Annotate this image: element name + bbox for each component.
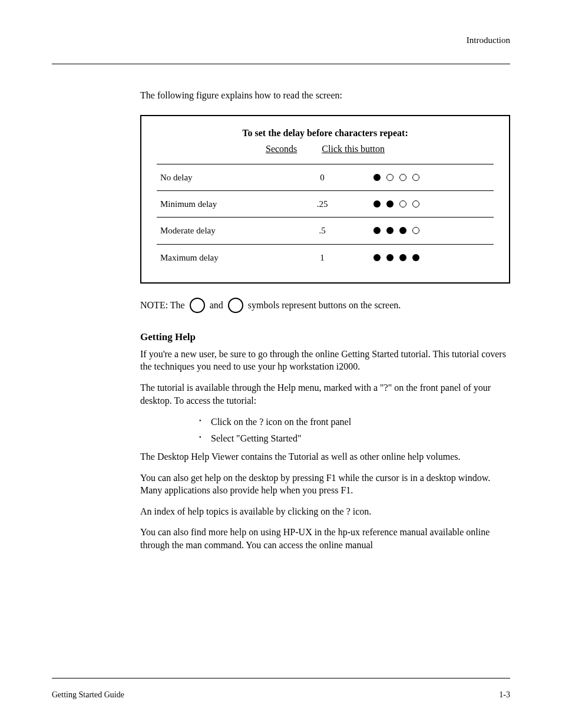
figure-row-label: Moderate delay: [160, 225, 296, 236]
footer-right: 1-3: [499, 690, 510, 700]
dot-filled-icon: [386, 254, 394, 261]
footer-left: Getting Started Guide: [52, 690, 124, 700]
figure-row: No delay 0: [157, 164, 494, 190]
figure-row-dots: [349, 200, 490, 207]
figure-col-button: Click this button: [322, 143, 385, 156]
circle-icon: [190, 298, 205, 313]
note-prefix: NOTE: The: [140, 299, 185, 312]
figure-title: To set the delay before characters repea…: [157, 127, 494, 140]
dot-open-icon: [399, 174, 406, 181]
section-para-5: An index of help topics is available by …: [140, 505, 510, 518]
dot-open-icon: [412, 174, 419, 181]
figure-row: Maximum delay 1: [157, 245, 494, 271]
figure-row: Minimum delay .25: [157, 191, 494, 217]
circle-icon: [228, 298, 243, 313]
figure-row: Moderate delay .5: [157, 218, 494, 243]
figure-row-dots: [349, 174, 490, 181]
body-content: The following figure explains how to rea…: [140, 89, 510, 552]
dot-filled-icon: [399, 227, 406, 234]
dot-filled-icon: [373, 200, 381, 207]
note-suffix: symbols represent buttons on the screen.: [248, 299, 401, 312]
bullet-list: Click on the ? icon on the front panel S…: [140, 415, 510, 446]
dot-filled-icon: [373, 254, 381, 261]
dot-filled-icon: [386, 200, 394, 207]
bullet-item: Click on the ? icon on the front panel: [140, 415, 510, 429]
footer: Getting Started Guide 1-3: [52, 690, 510, 700]
note-row: NOTE: The and symbols represent buttons …: [140, 298, 510, 313]
dot-filled-icon: [412, 254, 419, 261]
dot-open-icon: [386, 174, 394, 181]
section-para-3: The Desktop Help Viewer contains the Tut…: [140, 450, 510, 463]
figure-row-label: No delay: [160, 172, 296, 183]
figure-col-seconds: Seconds: [266, 143, 297, 156]
figure-row-seconds: 1: [296, 252, 349, 263]
figure-row-label: Maximum delay: [160, 252, 296, 263]
dot-open-icon: [412, 200, 419, 207]
dot-open-icon: [412, 227, 419, 234]
figure-row-label: Minimum delay: [160, 198, 296, 210]
section-para-2: The tutorial is available through the He…: [140, 381, 510, 407]
dot-filled-icon: [386, 227, 394, 234]
note-mid: and: [210, 299, 223, 312]
dot-open-icon: [399, 200, 406, 207]
footer-rule: [52, 678, 510, 678]
figure-row-dots: [349, 227, 490, 234]
figure-row-seconds: 0: [296, 172, 349, 183]
section-para-1: If you're a new user, be sure to go thro…: [140, 348, 510, 373]
figure-row-seconds: .25: [296, 198, 349, 210]
figure-box: To set the delay before characters repea…: [140, 115, 510, 284]
figure-row-seconds: .5: [296, 225, 349, 236]
figure-row-dots: [349, 254, 490, 261]
section-heading: Getting Help: [140, 331, 510, 344]
section-para-6: You can also find more help on using HP-…: [140, 526, 510, 551]
section-para-4: You can also get help on the desktop by …: [140, 472, 510, 497]
header-rule: [52, 64, 510, 64]
dot-filled-icon: [399, 254, 406, 261]
dot-filled-icon: [373, 227, 381, 234]
figure-column-headers: Seconds Click this button: [157, 143, 494, 156]
dot-filled-icon: [373, 174, 381, 181]
header-chapter: Introduction: [467, 35, 510, 45]
intro-para: The following figure explains how to rea…: [140, 89, 510, 102]
bullet-item: Select "Getting Started": [140, 431, 510, 446]
